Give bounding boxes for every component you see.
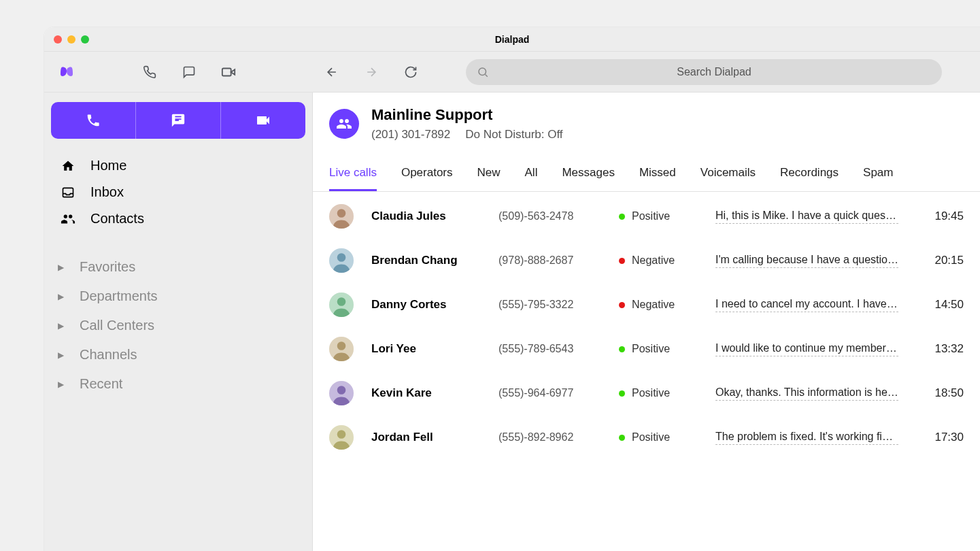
header-phone: (201) 301-7892 [371,128,450,141]
header-text: Mainline Support (201) 301-7892 Do Not D… [371,106,563,141]
call-duration: 19:45 [923,210,964,223]
call-row[interactable]: Claudia Jules(509)-563-2478PositiveHi, t… [313,195,980,239]
tab-recordings[interactable]: Recordings [780,159,839,191]
tab-new[interactable]: New [477,159,501,191]
window-title: Dialpad [495,34,530,45]
phone-icon[interactable] [138,61,161,84]
sentiment: Negative [619,299,707,311]
main-header: Mainline Support (201) 301-7892 Do Not D… [313,93,980,147]
call-row[interactable]: Danny Cortes(555)-795-3322NegativeI need… [313,283,980,327]
sentiment-dot-icon [619,435,625,441]
svg-point-5 [337,209,346,218]
header-dnd: Do Not Disturb: Off [465,128,562,141]
sidebar-item-inbox[interactable]: Inbox [51,179,305,205]
caller-phone: (978)-888-2687 [499,254,611,267]
inbox-icon [61,186,75,199]
folder-label: Departments [80,288,158,304]
call-duration: 17:30 [923,431,964,444]
toolbar [44,52,980,93]
app-window: Dialpad [44,27,980,551]
folder-label: Channels [80,347,137,363]
titlebar: Dialpad [44,27,980,52]
tab-messages[interactable]: Messages [562,159,614,191]
sentiment: Positive [619,387,707,399]
nav-forward-icon[interactable] [360,61,383,84]
sentiment: Negative [619,254,707,267]
sentiment: Positive [619,210,707,222]
caller-phone: (555)-892-8962 [499,431,611,444]
chevron-right-icon: ▶ [58,263,69,272]
tab-live-calls[interactable]: Live calls [329,159,377,191]
chevron-right-icon: ▶ [58,380,69,389]
sidebar-item-label: Home [90,158,126,173]
sentiment-label: Positive [632,387,670,399]
sentiment-dot-icon [619,214,625,220]
sidebar-item-contacts[interactable]: Contacts [51,205,305,232]
sidebar: HomeInboxContacts ▶Favorites▶Departments… [44,93,313,551]
caller-name: Danny Cortes [371,298,490,312]
svg-point-7 [337,253,346,262]
new-video-button[interactable] [221,102,305,139]
sidebar-folder-recent[interactable]: ▶Recent [51,369,305,399]
tab-missed[interactable]: Missed [639,159,676,191]
avatar [329,293,354,317]
call-row[interactable]: Jordan Fell(555)-892-8962PositiveThe pro… [313,416,980,460]
video-icon[interactable] [217,61,240,84]
page-title: Mainline Support [371,106,563,124]
search-box[interactable] [466,59,942,85]
svg-point-11 [337,341,346,350]
call-list: Claudia Jules(509)-563-2478PositiveHi, t… [313,192,980,463]
sidebar-folder-favorites[interactable]: ▶Favorites [51,252,305,282]
sidebar-folder-channels[interactable]: ▶Channels [51,340,305,369]
group-avatar-icon [329,109,359,139]
folder-label: Call Centers [80,318,154,333]
transcript-snippet: I would like to continue my membership… [715,342,898,356]
avatar [329,204,354,229]
nav-back-icon[interactable] [320,61,343,84]
transcript-snippet: I need to cancel my account. I have… [715,298,898,312]
svg-rect-0 [222,68,231,76]
call-duration: 18:50 [923,386,964,400]
call-row[interactable]: Lori Yee(555)-789-6543PositiveI would li… [313,327,980,371]
sentiment-dot-icon [619,390,625,397]
close-window-button[interactable] [54,35,62,44]
minimize-window-button[interactable] [67,35,75,44]
tab-spam[interactable]: Spam [863,159,893,191]
search-input[interactable] [497,66,931,78]
caller-phone: (509)-563-2478 [499,210,611,222]
sentiment-label: Negative [632,299,675,311]
call-row[interactable]: Brendan Chang(978)-888-2687NegativeI'm c… [313,239,980,283]
refresh-icon[interactable] [399,61,422,84]
sentiment-label: Negative [632,254,675,267]
sidebar-folder-call-centers[interactable]: ▶Call Centers [51,311,305,340]
svg-point-15 [337,430,346,439]
tab-all[interactable]: All [525,159,538,191]
sidebar-folder-departments[interactable]: ▶Departments [51,282,305,311]
caller-name: Kevin Kare [371,386,490,400]
call-duration: 14:50 [923,298,964,312]
avatar [329,425,354,450]
svg-rect-3 [63,188,73,197]
chevron-right-icon: ▶ [58,350,69,360]
message-icon[interactable] [178,61,201,84]
body: HomeInboxContacts ▶Favorites▶Departments… [44,93,980,551]
tab-operators[interactable]: Operators [401,159,453,191]
folder-label: Favorites [80,259,135,275]
transcript-snippet: The problem is fixed. It's working fine… [715,431,898,445]
search-icon [477,66,489,78]
new-call-button[interactable] [51,102,136,139]
new-message-button[interactable] [136,102,221,139]
maximize-window-button[interactable] [81,35,89,44]
transcript-snippet: Okay, thanks. This information is helpfu… [715,386,898,401]
avatar [329,381,354,405]
sentiment: Positive [619,343,707,355]
transcript-snippet: Hi, this is Mike. I have a quick questio… [715,210,898,224]
call-row[interactable]: Kevin Kare(555)-964-6977PositiveOkay, th… [313,371,980,416]
sidebar-item-label: Contacts [90,211,144,227]
sidebar-nav: HomeInboxContacts [51,152,305,232]
sentiment: Positive [619,431,707,444]
avatar [329,337,354,361]
tab-voicemails[interactable]: Voicemails [700,159,756,191]
sidebar-item-home[interactable]: Home [51,152,305,179]
sentiment-label: Positive [632,343,670,355]
